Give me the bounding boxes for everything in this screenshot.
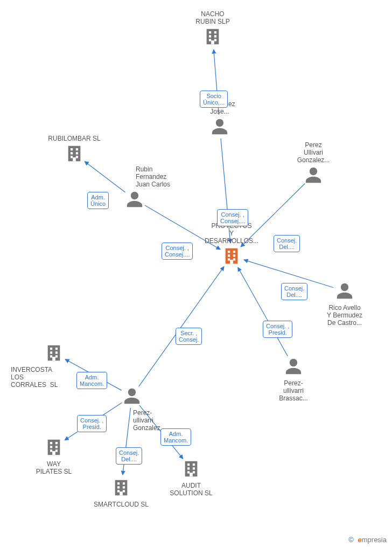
node-label: Perez- ullivarri Gonzalez... bbox=[133, 409, 164, 432]
node-audit[interactable]: AUDIT SOLUTION SL bbox=[159, 460, 223, 497]
edge-label[interactable]: Consej. Del.... bbox=[116, 447, 142, 465]
node-rubilombar[interactable]: RUBILOMBAR SL bbox=[42, 135, 107, 164]
edge-label[interactable]: Consej. , Consej.... bbox=[162, 243, 193, 260]
svg-rect-4 bbox=[52, 451, 55, 455]
node-label: AUDIT SOLUTION SL bbox=[159, 482, 223, 497]
node-perezUG[interactable]: Perez Ullivari Gonzalez... bbox=[281, 141, 346, 186]
node-label: Rico Avello Y Bermudez De Castro... bbox=[312, 304, 377, 327]
edge-label[interactable]: Consej. , Presid. bbox=[77, 415, 107, 432]
svg-rect-1 bbox=[73, 157, 76, 161]
copyright-symbol: © bbox=[348, 536, 354, 544]
node-label: Perez Ullivari Gonzalez... bbox=[281, 141, 346, 164]
edge-label[interactable]: Adm. Mancom. bbox=[76, 372, 107, 389]
node-perezUB[interactable]: Perez- ullivarri Brassac... bbox=[261, 357, 326, 402]
node-label: SMARTCLOUD SL bbox=[89, 501, 153, 508]
edge-line bbox=[238, 267, 288, 356]
edge-label[interactable]: Secr. , Consej. bbox=[176, 328, 202, 345]
node-smartcloud[interactable]: SMARTCLOUD SL bbox=[89, 479, 153, 508]
node-rubinJuan[interactable]: Rubin Fernandez Juan Carlos bbox=[102, 165, 167, 210]
footer-brand: © empresia bbox=[348, 536, 387, 544]
building-icon bbox=[45, 344, 63, 362]
node-label: RUBILOMBAR SL bbox=[42, 135, 107, 142]
edge-label[interactable]: Consej. Del.... bbox=[281, 283, 307, 300]
node-label: NACHO RUBIN SLP bbox=[180, 10, 245, 25]
svg-rect-0 bbox=[211, 40, 214, 44]
edge-label[interactable]: Consej. Del.... bbox=[274, 235, 300, 252]
building-icon bbox=[45, 438, 63, 456]
person-icon bbox=[284, 357, 303, 376]
building-icon bbox=[65, 144, 83, 163]
node-label: WAY PILATES SL bbox=[22, 460, 86, 475]
person-icon bbox=[125, 190, 144, 209]
brand-e: e bbox=[358, 536, 362, 544]
node-way[interactable]: WAY PILATES SL bbox=[22, 438, 86, 475]
node-perezUG2[interactable]: Perez- ullivarri Gonzalez... bbox=[100, 387, 164, 432]
building-icon bbox=[112, 479, 130, 497]
node-rico[interactable]: Rico Avello Y Bermudez De Castro... bbox=[312, 282, 377, 327]
node-nacho[interactable]: NACHO RUBIN SLP bbox=[180, 10, 245, 47]
brand-rest: mpresia bbox=[362, 536, 387, 544]
person-icon bbox=[304, 166, 323, 184]
edge-label[interactable]: Adm. Único bbox=[87, 192, 109, 209]
edge-label[interactable]: Consej. , Presid. bbox=[263, 321, 292, 338]
svg-rect-6 bbox=[190, 473, 193, 476]
edge-label[interactable]: Consej. , Consej.... bbox=[217, 209, 248, 226]
node-label: Perez- ullivarri Brassac... bbox=[261, 379, 326, 402]
svg-rect-3 bbox=[52, 357, 55, 361]
building-icon bbox=[204, 27, 222, 46]
diagram-canvas: © empresia NACHO RUBIN SLPRubin Fernande… bbox=[0, 0, 392, 547]
node-center[interactable]: PROYECTOS Y DESARROLLOS... bbox=[199, 222, 264, 267]
node-label: INVERCOSTA LOS CORRALES SL bbox=[11, 366, 86, 389]
building-icon bbox=[222, 247, 241, 265]
svg-rect-2 bbox=[230, 260, 233, 264]
svg-rect-5 bbox=[120, 491, 123, 495]
person-icon bbox=[123, 387, 141, 405]
building-icon bbox=[182, 460, 200, 478]
person-icon bbox=[211, 117, 229, 136]
person-icon bbox=[335, 282, 354, 300]
edge-label[interactable]: Socio Único,... bbox=[200, 91, 228, 108]
edge-line bbox=[139, 267, 224, 387]
node-label: Rubin Fernandez Juan Carlos bbox=[136, 165, 167, 188]
edge-label[interactable]: Adm. Mancom. bbox=[160, 428, 191, 446]
